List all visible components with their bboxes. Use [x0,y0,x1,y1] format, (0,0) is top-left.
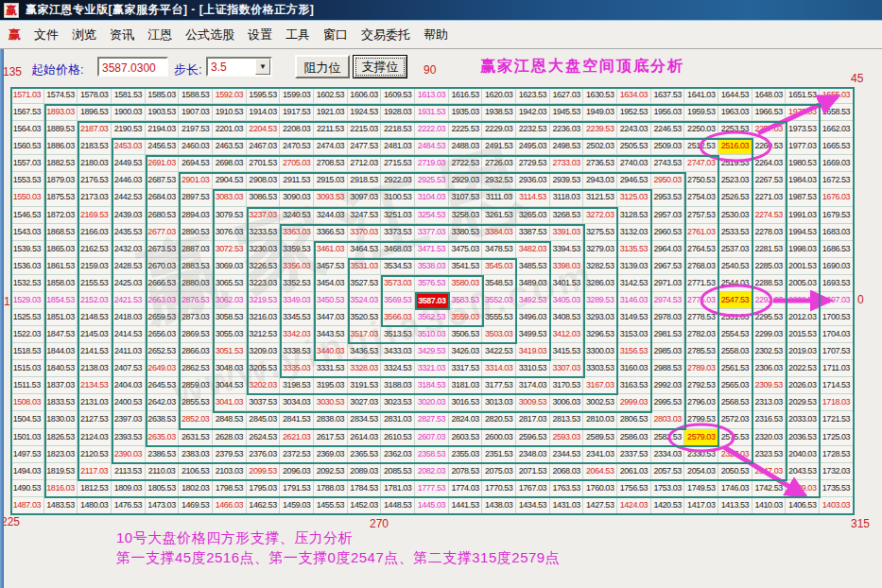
grid-cell: 3510.03 [415,326,449,343]
grid-cell: 3415.53 [550,343,584,360]
grid-cell: 2285.03 [752,258,787,275]
grid-cell: 1847.53 [44,326,78,343]
app-window: 赢 赢家江恩专业版[赢家服务平台] - [上证指数价格正方形] 赢 文件 浏览 … [0,0,882,588]
grid-cell: 3314.03 [482,360,516,377]
grid-cell: 1592.03 [213,87,247,104]
grid-cell: 1693.53 [820,275,854,292]
angle-label-0: 0 [857,293,864,306]
grid-cell: 3016.53 [449,394,483,411]
grid-cell: 2743.53 [651,155,685,172]
grid-cell: 2040.03 [786,446,820,463]
grid-cell: 2428.53 [112,258,146,275]
grid-cell: 3370.03 [348,224,382,241]
grid-cell: 3020.03 [415,394,449,411]
grid-cell: 2834.53 [348,411,382,428]
window-title: 赢家江恩专业版[赢家服务平台] - [上证指数价格正方形] [26,2,314,18]
grid-cell: 2505.53 [617,138,651,155]
grid-cell: 2841.53 [280,411,314,428]
grid-cell: 2449.53 [112,155,146,172]
grid-cell: 1697.03 [820,292,854,309]
grid-cell: 2351.53 [482,446,516,463]
grid-cell: 3489.03 [516,275,550,292]
grid-cell: 2953.53 [651,189,685,206]
chevron-down-icon[interactable]: ▼ [255,59,270,75]
grid-cell: 3538.03 [415,258,449,275]
grid-cell: 1994.53 [786,224,820,241]
grid-cell: 3272.03 [583,207,617,224]
grid-cell: 2873.03 [179,309,213,326]
grid-cell: 3541.53 [449,258,483,275]
grid-cell: 1690.03 [820,258,854,275]
grid-cell: 3107.53 [449,189,483,206]
menu-item-settings[interactable]: 设置 [248,26,272,43]
grid-cell: 2659.53 [146,309,180,326]
resistance-button[interactable]: 阻力位 [295,55,350,78]
grid-cell: 1525.53 [10,309,44,326]
grid-cell: 2257.03 [752,121,787,138]
grid-cell: 2575.53 [718,429,752,446]
grid-cell: 1627.03 [550,87,584,104]
grid-cell: 2071.53 [516,463,550,480]
grid-cell: 1406.53 [786,497,820,514]
support-button[interactable]: 支撑位 [353,55,407,78]
grid-cell: 2012.03 [786,309,820,326]
grid-cell: 1798.53 [213,480,247,497]
grid-cell: 3223.03 [247,275,281,292]
grid-cell: 2372.53 [280,446,314,463]
menu-item-browse[interactable]: 浏览 [72,26,96,43]
grid-cell: 1823.03 [44,446,78,463]
menu-item-trade-entrust[interactable]: 交易委托 [361,26,410,43]
grid-cell: 2733.03 [550,155,584,172]
grid-cell: 1742.53 [752,480,787,497]
grid-cell: 2267.53 [752,172,787,189]
menu-item-news[interactable]: 资讯 [110,26,134,43]
menu-item-file[interactable]: 文件 [34,26,59,43]
grid-cell: 2474.03 [314,138,348,155]
grid-cell: 1609.53 [381,87,415,104]
grid-cell: 2190.53 [112,121,146,138]
grid-cell: 2792.53 [684,377,718,394]
grid-cell: 3230.03 [247,241,281,258]
grid-cell: 2992.03 [651,377,685,394]
grid-cell: 2019.03 [786,343,820,360]
step-dropdown[interactable]: 3.5 ▼ [206,57,272,77]
grid-cell: 3240.53 [280,207,314,224]
grid-cell: 1700.53 [820,309,854,326]
grid-cell: 3051.53 [213,343,247,360]
menu-item-window[interactable]: 窗口 [323,26,348,43]
grid-cell: 2526.53 [718,189,752,206]
grid-cell: 2068.03 [550,463,584,480]
menu-item-tools[interactable]: 工具 [285,26,310,43]
grid-cell: 1980.53 [786,155,820,172]
grid-cell: 2572.03 [718,411,752,428]
grid-cell: 1501.03 [10,429,44,446]
grid-cell: 3387.53 [516,224,550,241]
grid-cell: 3170.53 [550,377,584,394]
grid-cell: 2614.03 [348,429,382,446]
grid-cell: 3286.03 [583,275,617,292]
grid-cell: 2757.53 [684,207,718,224]
grid-cell: 2477.53 [348,138,382,155]
grid-cell: 1721.53 [820,411,854,428]
grid-cell: 2470.53 [280,138,314,155]
grid-cell: 1725.03 [820,429,854,446]
grid-cell: 2054.03 [684,463,718,480]
grid-cell: 3562.53 [415,309,449,326]
grid-cell: 2096.03 [280,463,314,480]
grid-cell: 2645.53 [146,377,180,394]
grid-cell: 2180.03 [78,155,112,172]
grid-cell: 2670.03 [146,258,180,275]
grid-cell: 3258.03 [449,207,483,224]
start-price-input[interactable] [97,57,168,77]
grid-cell: 1459.03 [280,497,314,514]
grid-cell: 3433.03 [381,343,415,360]
menu-item-formula-stock-pick[interactable]: 公式选股 [185,26,234,43]
grid-cell: 3503.03 [482,326,516,343]
grid-cell: 2148.53 [78,309,112,326]
menu-item-gann[interactable]: 江恩 [147,26,172,43]
grid-cell: 2778.53 [684,309,718,326]
grid-cell: 2418.03 [112,309,146,326]
grid-cell: 3139.03 [617,258,651,275]
grid-cell: 2925.53 [415,172,449,189]
menu-item-help[interactable]: 帮助 [424,26,448,43]
